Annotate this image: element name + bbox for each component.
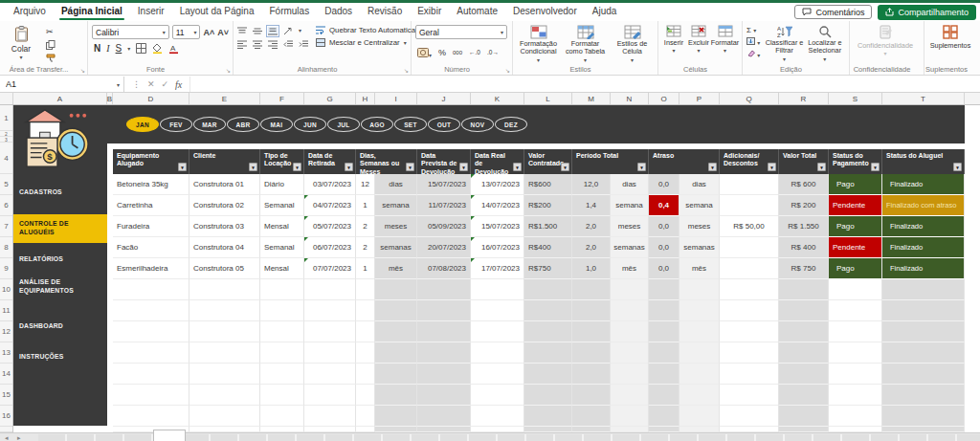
column-header-D[interactable]: D bbox=[113, 93, 189, 104]
cell-R9[interactable]: R$ 750 bbox=[779, 258, 829, 279]
cell-J15[interactable] bbox=[417, 385, 471, 406]
cell-S14[interactable] bbox=[829, 364, 882, 385]
format-as-table-button[interactable]: Formatar como Tabela ▾ bbox=[564, 25, 607, 63]
comma-style-icon[interactable]: 000 bbox=[453, 50, 462, 55]
cell-H10[interactable] bbox=[356, 279, 375, 300]
cell-P16[interactable] bbox=[679, 406, 720, 427]
filter-button[interactable]: ▾ bbox=[953, 163, 962, 171]
cell-Q8[interactable] bbox=[720, 237, 779, 258]
cell-N13[interactable] bbox=[611, 342, 649, 364]
cell-R13[interactable] bbox=[779, 342, 829, 364]
cell-F13[interactable] bbox=[260, 342, 304, 364]
cell-F16[interactable] bbox=[260, 406, 304, 427]
cell-K15[interactable] bbox=[471, 385, 524, 406]
cell-L16[interactable] bbox=[524, 406, 572, 427]
chevron-down-icon[interactable]: ▾ bbox=[117, 81, 120, 88]
cell-D7[interactable]: Furadeira bbox=[113, 216, 189, 237]
cell-M13[interactable] bbox=[572, 342, 611, 364]
cell-D9[interactable]: Esmerilhadeira bbox=[113, 258, 189, 279]
column-header-K[interactable]: K bbox=[471, 93, 524, 104]
month-tab-nov[interactable]: NOV bbox=[461, 117, 494, 132]
cell-F7[interactable]: Mensal bbox=[260, 216, 304, 237]
cell-R6[interactable]: R$ 200 bbox=[779, 195, 829, 216]
cancel-icon[interactable]: ✕ bbox=[147, 79, 155, 89]
cell-I5[interactable]: dias bbox=[375, 174, 417, 195]
cell-E13[interactable] bbox=[189, 342, 260, 364]
column-header-M[interactable]: M bbox=[572, 93, 611, 104]
cell-E5[interactable]: Construtora 01 bbox=[189, 174, 260, 195]
column-header-E[interactable]: E bbox=[189, 93, 260, 104]
cell-M5[interactable]: 12,0 bbox=[572, 174, 611, 195]
cell-D15[interactable] bbox=[113, 385, 189, 406]
tab-scroll-right-icon[interactable]: ▸ bbox=[17, 433, 21, 441]
cell-E6[interactable]: Construtora 02 bbox=[189, 195, 260, 216]
cell-H6[interactable]: 1 bbox=[356, 195, 375, 216]
cell-G16[interactable] bbox=[304, 406, 356, 427]
cell-I15[interactable] bbox=[375, 385, 417, 406]
cell-P14[interactable] bbox=[679, 364, 720, 385]
sidebar-item-controle-de-alugueis[interactable]: CONTROLE DE ALUGUÉIS bbox=[13, 214, 107, 243]
cell-T15[interactable] bbox=[882, 385, 965, 406]
autosum-icon[interactable]: Σ ▾ bbox=[746, 26, 764, 34]
cell-K10[interactable] bbox=[471, 279, 524, 300]
cell-N15[interactable] bbox=[611, 385, 649, 406]
cell-S16[interactable] bbox=[829, 406, 882, 427]
format-cells-button[interactable]: Formatar ▾ bbox=[712, 25, 738, 54]
header-valor-contratado[interactable]: Valor Contratado▾ bbox=[524, 149, 572, 174]
cell-G14[interactable] bbox=[304, 364, 356, 385]
cell-R7[interactable]: R$ 1.550 bbox=[779, 216, 829, 237]
column-header-I[interactable]: I bbox=[375, 93, 417, 104]
sort-filter-button[interactable]: AZ Classificar e Filtrar ▾ bbox=[764, 25, 804, 62]
sidebar-item-relatorios[interactable]: RELATÓRIOS bbox=[13, 253, 107, 267]
cell-K7[interactable]: 15/07/2023 bbox=[471, 216, 524, 237]
cell-S15[interactable] bbox=[829, 385, 882, 406]
sidebar-item-instrucoes[interactable]: INSTRUÇÕES bbox=[13, 350, 107, 364]
cell-D11[interactable] bbox=[113, 300, 189, 321]
row-header-10[interactable]: 10 bbox=[0, 279, 12, 300]
cell-G10[interactable] bbox=[304, 279, 356, 300]
cell-M15[interactable] bbox=[572, 385, 611, 406]
cell-O6[interactable]: 0,4 bbox=[649, 195, 679, 216]
cell-T16[interactable] bbox=[882, 406, 965, 427]
cell-E8[interactable]: Construtora 04 bbox=[189, 237, 260, 258]
cell-M6[interactable]: 1,4 bbox=[572, 195, 611, 216]
cell-J13[interactable] bbox=[417, 342, 471, 364]
cell-I9[interactable]: mês bbox=[375, 258, 417, 279]
row-header-5[interactable]: 5 bbox=[0, 174, 12, 195]
column-header-L[interactable]: L bbox=[524, 93, 572, 104]
cell-J7[interactable]: 05/09/2023 bbox=[417, 216, 471, 237]
fill-color-icon[interactable] bbox=[152, 43, 163, 54]
column-header-T[interactable]: T bbox=[882, 93, 965, 104]
row-header-6[interactable]: 6 bbox=[0, 195, 12, 216]
header-cliente[interactable]: Cliente▾ bbox=[189, 149, 260, 174]
dialog-launcher-icon[interactable]: ↘ bbox=[505, 67, 510, 74]
cell-O8[interactable]: 0,0 bbox=[649, 237, 679, 258]
cell-N11[interactable] bbox=[611, 300, 649, 321]
increase-decimal-icon[interactable]: ←.0 bbox=[469, 50, 480, 56]
header-atraso[interactable]: Atraso▾ bbox=[649, 149, 720, 174]
cell-G9[interactable]: 07/07/2023 bbox=[304, 258, 356, 279]
menu-tab-desenvolvedor[interactable]: Desenvolvedor bbox=[505, 4, 585, 20]
cell-Q6[interactable] bbox=[720, 195, 779, 216]
cell-H7[interactable]: 2 bbox=[356, 216, 375, 237]
borders-icon[interactable] bbox=[136, 43, 146, 54]
month-tab-mar[interactable]: MAR bbox=[193, 117, 226, 132]
cell-F5[interactable]: Diário bbox=[260, 174, 304, 195]
fill-icon[interactable]: ▾ bbox=[746, 37, 764, 47]
cell-G15[interactable] bbox=[304, 385, 356, 406]
underline-button[interactable]: S bbox=[116, 43, 122, 54]
cell-R12[interactable] bbox=[779, 321, 829, 342]
cell-O15[interactable] bbox=[649, 385, 679, 406]
header-status-do-pagamento[interactable]: Status do Pagamento▾ bbox=[829, 149, 882, 174]
cell-F8[interactable]: Semanal bbox=[260, 237, 304, 258]
cell-P8[interactable]: semanas bbox=[679, 237, 720, 258]
filter-button[interactable]: ▾ bbox=[871, 163, 880, 171]
cell-D6[interactable]: Carretinha bbox=[113, 195, 189, 216]
italic-button[interactable]: I bbox=[106, 43, 109, 54]
menu-tab-inserir[interactable]: Inserir bbox=[130, 4, 172, 20]
cell-E11[interactable] bbox=[189, 300, 260, 321]
filter-button[interactable]: ▾ bbox=[293, 163, 301, 171]
sensitivity-button[interactable]: Confidencialidade ▾ bbox=[854, 25, 917, 56]
cell-H13[interactable] bbox=[356, 342, 375, 364]
cell-T11[interactable] bbox=[882, 300, 965, 321]
